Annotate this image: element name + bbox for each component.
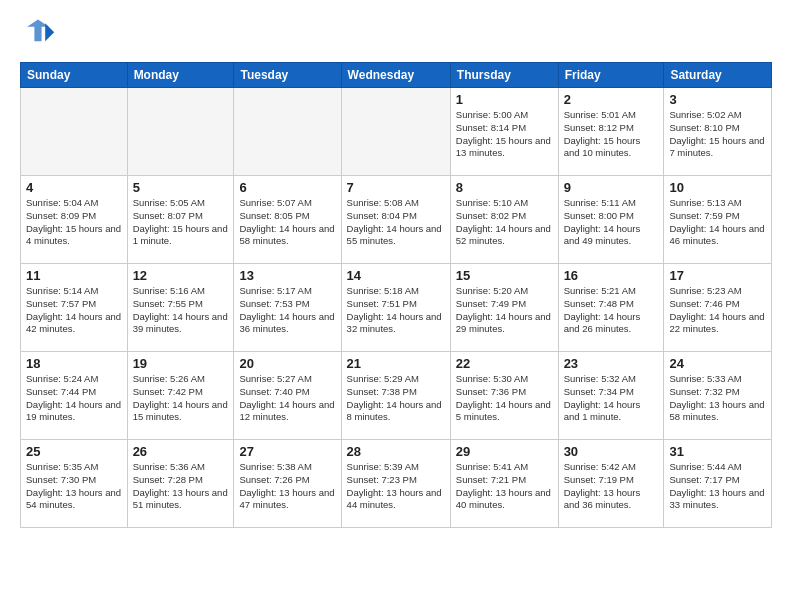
day-number: 29 <box>456 444 553 459</box>
calendar-cell: 17Sunrise: 5:23 AMSunset: 7:46 PMDayligh… <box>664 264 772 352</box>
calendar-cell: 12Sunrise: 5:16 AMSunset: 7:55 PMDayligh… <box>127 264 234 352</box>
calendar-cell: 13Sunrise: 5:17 AMSunset: 7:53 PMDayligh… <box>234 264 341 352</box>
calendar-cell: 9Sunrise: 5:11 AMSunset: 8:00 PMDaylight… <box>558 176 664 264</box>
page: SundayMondayTuesdayWednesdayThursdayFrid… <box>0 0 792 544</box>
calendar-cell: 28Sunrise: 5:39 AMSunset: 7:23 PMDayligh… <box>341 440 450 528</box>
header <box>20 16 772 52</box>
day-number: 23 <box>564 356 659 371</box>
calendar-cell: 14Sunrise: 5:18 AMSunset: 7:51 PMDayligh… <box>341 264 450 352</box>
calendar-cell: 1Sunrise: 5:00 AMSunset: 8:14 PMDaylight… <box>450 88 558 176</box>
calendar-cell: 25Sunrise: 5:35 AMSunset: 7:30 PMDayligh… <box>21 440 128 528</box>
day-info: Sunrise: 5:05 AMSunset: 8:07 PMDaylight:… <box>133 197 229 248</box>
day-info: Sunrise: 5:02 AMSunset: 8:10 PMDaylight:… <box>669 109 766 160</box>
day-number: 30 <box>564 444 659 459</box>
calendar-cell: 29Sunrise: 5:41 AMSunset: 7:21 PMDayligh… <box>450 440 558 528</box>
day-info: Sunrise: 5:27 AMSunset: 7:40 PMDaylight:… <box>239 373 335 424</box>
calendar-cell: 18Sunrise: 5:24 AMSunset: 7:44 PMDayligh… <box>21 352 128 440</box>
day-info: Sunrise: 5:01 AMSunset: 8:12 PMDaylight:… <box>564 109 659 160</box>
calendar-cell: 22Sunrise: 5:30 AMSunset: 7:36 PMDayligh… <box>450 352 558 440</box>
day-info: Sunrise: 5:13 AMSunset: 7:59 PMDaylight:… <box>669 197 766 248</box>
col-header-sunday: Sunday <box>21 63 128 88</box>
day-info: Sunrise: 5:32 AMSunset: 7:34 PMDaylight:… <box>564 373 659 424</box>
col-header-monday: Monday <box>127 63 234 88</box>
day-number: 27 <box>239 444 335 459</box>
day-number: 10 <box>669 180 766 195</box>
day-number: 5 <box>133 180 229 195</box>
day-number: 4 <box>26 180 122 195</box>
calendar-cell: 21Sunrise: 5:29 AMSunset: 7:38 PMDayligh… <box>341 352 450 440</box>
day-info: Sunrise: 5:35 AMSunset: 7:30 PMDaylight:… <box>26 461 122 512</box>
day-number: 14 <box>347 268 445 283</box>
col-header-wednesday: Wednesday <box>341 63 450 88</box>
day-info: Sunrise: 5:10 AMSunset: 8:02 PMDaylight:… <box>456 197 553 248</box>
day-number: 18 <box>26 356 122 371</box>
calendar-cell: 3Sunrise: 5:02 AMSunset: 8:10 PMDaylight… <box>664 88 772 176</box>
col-header-tuesday: Tuesday <box>234 63 341 88</box>
day-info: Sunrise: 5:36 AMSunset: 7:28 PMDaylight:… <box>133 461 229 512</box>
logo-icon <box>20 16 56 52</box>
calendar-cell: 16Sunrise: 5:21 AMSunset: 7:48 PMDayligh… <box>558 264 664 352</box>
calendar-cell: 11Sunrise: 5:14 AMSunset: 7:57 PMDayligh… <box>21 264 128 352</box>
week-row-5: 25Sunrise: 5:35 AMSunset: 7:30 PMDayligh… <box>21 440 772 528</box>
col-header-saturday: Saturday <box>664 63 772 88</box>
day-info: Sunrise: 5:38 AMSunset: 7:26 PMDaylight:… <box>239 461 335 512</box>
day-info: Sunrise: 5:07 AMSunset: 8:05 PMDaylight:… <box>239 197 335 248</box>
day-number: 25 <box>26 444 122 459</box>
day-info: Sunrise: 5:42 AMSunset: 7:19 PMDaylight:… <box>564 461 659 512</box>
week-row-3: 11Sunrise: 5:14 AMSunset: 7:57 PMDayligh… <box>21 264 772 352</box>
logo <box>20 16 60 52</box>
day-number: 9 <box>564 180 659 195</box>
day-info: Sunrise: 5:41 AMSunset: 7:21 PMDaylight:… <box>456 461 553 512</box>
day-number: 6 <box>239 180 335 195</box>
day-info: Sunrise: 5:26 AMSunset: 7:42 PMDaylight:… <box>133 373 229 424</box>
day-number: 17 <box>669 268 766 283</box>
day-info: Sunrise: 5:39 AMSunset: 7:23 PMDaylight:… <box>347 461 445 512</box>
day-number: 13 <box>239 268 335 283</box>
col-header-friday: Friday <box>558 63 664 88</box>
calendar-cell <box>234 88 341 176</box>
calendar-cell <box>21 88 128 176</box>
calendar-cell: 24Sunrise: 5:33 AMSunset: 7:32 PMDayligh… <box>664 352 772 440</box>
calendar-cell: 4Sunrise: 5:04 AMSunset: 8:09 PMDaylight… <box>21 176 128 264</box>
day-info: Sunrise: 5:04 AMSunset: 8:09 PMDaylight:… <box>26 197 122 248</box>
calendar-cell: 31Sunrise: 5:44 AMSunset: 7:17 PMDayligh… <box>664 440 772 528</box>
day-number: 24 <box>669 356 766 371</box>
calendar-cell: 27Sunrise: 5:38 AMSunset: 7:26 PMDayligh… <box>234 440 341 528</box>
day-number: 2 <box>564 92 659 107</box>
day-number: 20 <box>239 356 335 371</box>
day-info: Sunrise: 5:23 AMSunset: 7:46 PMDaylight:… <box>669 285 766 336</box>
day-info: Sunrise: 5:29 AMSunset: 7:38 PMDaylight:… <box>347 373 445 424</box>
calendar-cell: 6Sunrise: 5:07 AMSunset: 8:05 PMDaylight… <box>234 176 341 264</box>
day-number: 15 <box>456 268 553 283</box>
day-number: 1 <box>456 92 553 107</box>
day-number: 19 <box>133 356 229 371</box>
day-info: Sunrise: 5:21 AMSunset: 7:48 PMDaylight:… <box>564 285 659 336</box>
day-number: 11 <box>26 268 122 283</box>
day-number: 8 <box>456 180 553 195</box>
day-number: 22 <box>456 356 553 371</box>
calendar-header-row: SundayMondayTuesdayWednesdayThursdayFrid… <box>21 63 772 88</box>
day-info: Sunrise: 5:18 AMSunset: 7:51 PMDaylight:… <box>347 285 445 336</box>
calendar-cell <box>341 88 450 176</box>
calendar-cell: 2Sunrise: 5:01 AMSunset: 8:12 PMDaylight… <box>558 88 664 176</box>
day-number: 16 <box>564 268 659 283</box>
calendar-cell: 8Sunrise: 5:10 AMSunset: 8:02 PMDaylight… <box>450 176 558 264</box>
week-row-2: 4Sunrise: 5:04 AMSunset: 8:09 PMDaylight… <box>21 176 772 264</box>
day-number: 31 <box>669 444 766 459</box>
day-info: Sunrise: 5:11 AMSunset: 8:00 PMDaylight:… <box>564 197 659 248</box>
day-info: Sunrise: 5:24 AMSunset: 7:44 PMDaylight:… <box>26 373 122 424</box>
day-info: Sunrise: 5:16 AMSunset: 7:55 PMDaylight:… <box>133 285 229 336</box>
day-info: Sunrise: 5:30 AMSunset: 7:36 PMDaylight:… <box>456 373 553 424</box>
calendar-cell: 7Sunrise: 5:08 AMSunset: 8:04 PMDaylight… <box>341 176 450 264</box>
calendar-cell: 15Sunrise: 5:20 AMSunset: 7:49 PMDayligh… <box>450 264 558 352</box>
day-number: 7 <box>347 180 445 195</box>
day-info: Sunrise: 5:00 AMSunset: 8:14 PMDaylight:… <box>456 109 553 160</box>
day-number: 26 <box>133 444 229 459</box>
calendar-cell: 23Sunrise: 5:32 AMSunset: 7:34 PMDayligh… <box>558 352 664 440</box>
day-info: Sunrise: 5:44 AMSunset: 7:17 PMDaylight:… <box>669 461 766 512</box>
calendar-cell: 30Sunrise: 5:42 AMSunset: 7:19 PMDayligh… <box>558 440 664 528</box>
day-number: 3 <box>669 92 766 107</box>
week-row-1: 1Sunrise: 5:00 AMSunset: 8:14 PMDaylight… <box>21 88 772 176</box>
calendar-cell: 5Sunrise: 5:05 AMSunset: 8:07 PMDaylight… <box>127 176 234 264</box>
day-number: 21 <box>347 356 445 371</box>
